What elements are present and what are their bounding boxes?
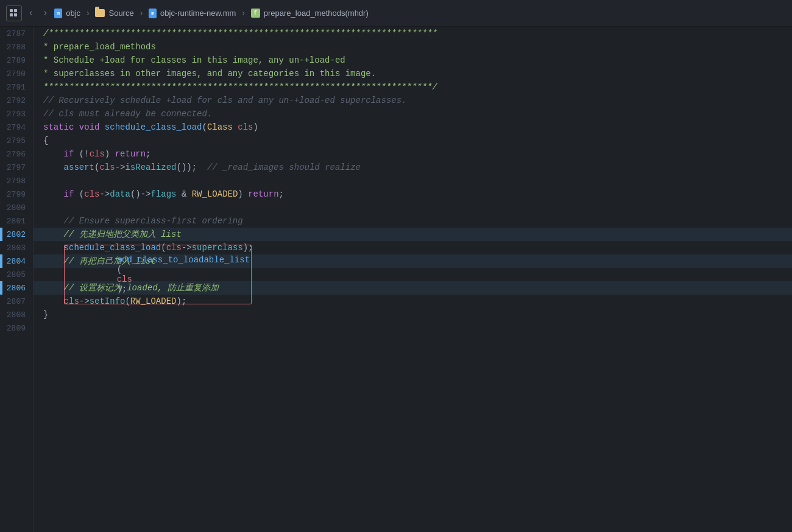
call: ()-> bbox=[130, 189, 151, 199]
code-line-2788: * prepare_load_methods bbox=[34, 40, 792, 54]
line-num-2807: 2807 bbox=[0, 295, 33, 308]
line-num-2789: 2789 bbox=[0, 54, 33, 67]
line-num-2803: 2803 bbox=[0, 241, 33, 254]
code-lines: /***************************************… bbox=[34, 27, 792, 532]
kw-void: void bbox=[79, 122, 100, 132]
line-num-2798: 2798 bbox=[0, 174, 33, 187]
comment-2806: // 设置标记为 loaded, 防止重复添加 bbox=[43, 282, 219, 293]
nav-back-button[interactable]: ‹ bbox=[26, 7, 37, 20]
p5: ( bbox=[125, 296, 130, 306]
line-num-2787: 2787 bbox=[0, 27, 33, 40]
kw-return: return bbox=[115, 149, 146, 159]
indent bbox=[43, 243, 64, 253]
paren-open: ( bbox=[202, 122, 207, 132]
line-num-2791: 2791 bbox=[0, 80, 33, 94]
macro-rwloaded: RW_LOADED bbox=[192, 189, 238, 199]
arrow4: -> bbox=[79, 296, 90, 306]
func-schedule: schedule_class_load bbox=[105, 122, 202, 132]
indent bbox=[43, 189, 64, 199]
comment-2789: * Schedule +load for classes in this ima… bbox=[43, 55, 345, 65]
sep-1: › bbox=[85, 9, 90, 18]
line-number-gutter: 2787 2788 2789 2790 2791 2792 2793 2794 … bbox=[0, 27, 34, 532]
indent bbox=[43, 163, 64, 172]
macro-rwloaded2: RW_LOADED bbox=[130, 296, 177, 306]
svg-rect-0 bbox=[10, 9, 13, 12]
arrow1: -> bbox=[115, 163, 126, 172]
svg-rect-3 bbox=[14, 13, 17, 16]
line-num-2800: 2800 bbox=[0, 201, 33, 214]
p6: ); bbox=[176, 296, 186, 306]
code-line-2805: add_class_to_loadable_list ( cls ); bbox=[34, 268, 792, 281]
code-line-2792: // Recursively schedule +load for cls an… bbox=[34, 94, 792, 107]
code-line-2800 bbox=[34, 201, 792, 214]
code-line-2791: ****************************************… bbox=[34, 80, 792, 94]
kw-if2: if bbox=[64, 189, 74, 199]
mm-file-icon: m bbox=[149, 9, 157, 18]
line-num-2802: 2802 bbox=[0, 228, 33, 241]
method-isRealized: isRealized bbox=[125, 163, 176, 172]
line-num-2808: 2808 bbox=[0, 308, 33, 321]
breadcrumb-source: Source bbox=[108, 9, 133, 18]
paren-close: ) bbox=[253, 122, 258, 132]
param-cls: cls bbox=[238, 122, 253, 132]
breadcrumb-objc: objc bbox=[66, 9, 80, 18]
comment-2790: * superclasses in other images, and any … bbox=[43, 69, 376, 79]
line-num-2794: 2794 bbox=[0, 121, 33, 134]
app-window: ‹ › m objc › Source › m objc-runtime-new… bbox=[0, 0, 792, 532]
cls-4: cls bbox=[84, 189, 99, 199]
code-line-2801: // Ensure superclass-first ordering bbox=[34, 214, 792, 228]
line-num-2806: 2806 bbox=[0, 281, 33, 295]
line-num-2793: 2793 bbox=[0, 107, 33, 121]
call-args: ( bbox=[117, 265, 122, 275]
kw-return2: return bbox=[248, 189, 278, 199]
comment-inline: // _read_images should realize bbox=[207, 163, 361, 172]
kw-static: static bbox=[43, 122, 74, 132]
line-num-2796: 2796 bbox=[0, 147, 33, 161]
method-flags: flags bbox=[150, 189, 176, 199]
comment-stars-2791: ****************************************… bbox=[43, 82, 437, 92]
semicolon: ; bbox=[146, 149, 150, 159]
indent bbox=[43, 270, 64, 279]
comment-stars-2787: /***************************************… bbox=[43, 29, 437, 38]
code-line-2798 bbox=[34, 174, 792, 187]
amp: & bbox=[177, 189, 192, 199]
paren: ) bbox=[105, 149, 115, 159]
method-setinfo: setInfo bbox=[90, 296, 126, 306]
func-assert: assert bbox=[64, 163, 94, 172]
code-line-2807: cls -> setInfo ( RW_LOADED ); bbox=[34, 295, 792, 308]
space: (! bbox=[74, 149, 89, 159]
func-icon: f bbox=[251, 9, 260, 18]
code-line-2802: // 先递归地把父类加入 list bbox=[34, 228, 792, 241]
semi2: ; bbox=[279, 189, 284, 199]
breadcrumb-mm-file: objc-runtime-new.mm bbox=[160, 9, 236, 18]
code-line-2806: // 设置标记为 loaded, 防止重复添加 bbox=[34, 281, 792, 295]
code-line-2793: // cls must already be connected. bbox=[34, 107, 792, 121]
svg-rect-1 bbox=[14, 9, 17, 12]
code-line-2795: { bbox=[34, 134, 792, 147]
line-num-2795: 2795 bbox=[0, 134, 33, 147]
pp: ()); bbox=[176, 163, 207, 172]
space-3 bbox=[233, 122, 238, 132]
indent bbox=[43, 296, 64, 306]
code-line-2794: static void schedule_class_load ( Class … bbox=[34, 121, 792, 134]
breadcrumb-function: prepare_load_methods(mhdr) bbox=[264, 9, 369, 18]
cls-6: cls bbox=[64, 296, 79, 306]
code-line-2796: if (! cls ) return ; bbox=[34, 147, 792, 161]
line-num-2809: 2809 bbox=[0, 321, 33, 335]
code-line-2809 bbox=[34, 321, 792, 335]
sep-2: › bbox=[139, 9, 144, 18]
line-num-2804: 2804 bbox=[0, 254, 33, 268]
sep-3: › bbox=[241, 9, 246, 18]
nav-forward-button[interactable]: › bbox=[40, 7, 51, 20]
line-num-2801: 2801 bbox=[0, 214, 33, 228]
space: ( bbox=[74, 189, 84, 199]
comment-2802: // 先递归地把父类加入 list bbox=[43, 229, 182, 240]
grid-icon[interactable] bbox=[6, 5, 22, 21]
code-line-2790: * superclasses in other images, and any … bbox=[34, 67, 792, 80]
code-line-2797: assert ( cls -> isRealized ()); // _read… bbox=[34, 161, 792, 174]
type-class: Class bbox=[207, 122, 233, 132]
svg-rect-2 bbox=[10, 13, 13, 16]
code-line-2787: /***************************************… bbox=[34, 27, 792, 40]
line-num-2805: 2805 bbox=[0, 268, 33, 281]
func-add-class: add_class_to_loadable_list bbox=[117, 255, 250, 265]
